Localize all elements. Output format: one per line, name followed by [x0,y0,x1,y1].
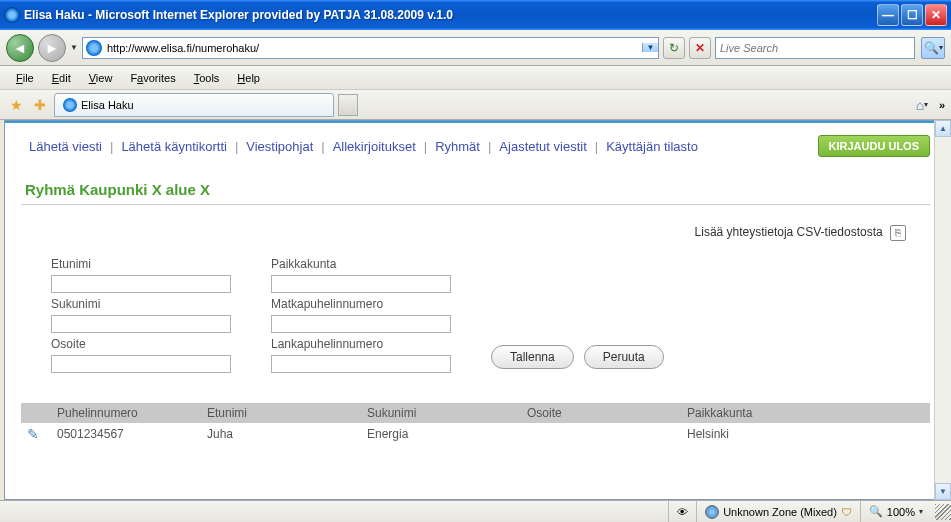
menu-tools[interactable]: Tools [186,69,228,87]
label-address: Osoite [51,337,231,351]
edit-icon[interactable]: ✎ [27,426,39,442]
menu-edit[interactable]: Edit [44,69,79,87]
csv-import-row: Lisää yhteystietoja CSV-tiedostosta ⎘ [5,225,946,257]
menu-bar: File Edit View Favorites Tools Help [0,66,951,90]
search-box[interactable] [715,37,915,59]
add-favorites-icon[interactable]: ✚ [30,95,50,115]
status-zone[interactable]: Unknown Zone (Mixed) 🛡 [696,501,860,522]
header-city: Paikkakunta [681,403,930,423]
save-button[interactable]: Tallenna [491,345,574,369]
search-button[interactable]: 🔍▾ [921,37,945,59]
toolbar-more-icon[interactable]: » [939,99,945,111]
csv-file-icon[interactable]: ⎘ [890,225,906,241]
nav-signatures[interactable]: Allekirjoitukset [325,139,424,154]
zone-text: Unknown Zone (Mixed) [723,506,837,518]
back-button[interactable]: ◄ [6,34,34,62]
stop-button[interactable]: ✕ [689,37,711,59]
label-mobile: Matkapuhelinnumero [271,297,451,311]
menu-help[interactable]: Help [229,69,268,87]
search-input[interactable] [716,40,914,56]
app-icon [4,7,20,23]
label-lastname: Sukunimi [51,297,231,311]
eye-icon: 👁 [677,506,688,518]
nav-templates[interactable]: Viestipohjat [238,139,321,154]
input-lastname[interactable] [51,315,231,333]
nav-scheduled[interactable]: Ajastetut viestit [491,139,594,154]
table-row[interactable]: ✎ 0501234567 Juha Energia Helsinki [21,423,930,445]
input-firstname[interactable] [51,275,231,293]
nav-send-message[interactable]: Lähetä viesti [21,139,110,154]
address-dropdown-icon[interactable]: ▼ [642,43,658,52]
browser-tab[interactable]: Elisa Haku [54,93,334,117]
header-firstname: Etunimi [201,403,361,423]
window-titlebar: Elisa Haku - Microsoft Internet Explorer… [0,0,951,30]
label-firstname: Etunimi [51,257,231,271]
shield-icon: 🛡 [841,506,852,518]
contacts-table: Puhelinnumero Etunimi Sukunimi Osoite Pa… [21,403,930,445]
page-title: Ryhmä Kaupunki X alue X [5,169,946,204]
status-privacy[interactable]: 👁 [668,501,696,522]
nav-groups[interactable]: Ryhmät [427,139,488,154]
page-content: Lähetä viesti| Lähetä käyntikortti| Vies… [4,120,947,500]
globe-icon [705,505,719,519]
menu-view[interactable]: View [81,69,121,87]
csv-import-link[interactable]: Lisää yhteystietoja CSV-tiedostosta [695,225,883,239]
history-dropdown-icon[interactable]: ▼ [70,43,78,52]
maximize-button[interactable]: ☐ [901,4,923,26]
scroll-track[interactable] [935,137,951,483]
favorites-star-icon[interactable]: ★ [6,95,26,115]
menu-favorites[interactable]: Favorites [122,69,183,87]
resize-grip[interactable] [935,504,951,520]
input-city[interactable] [271,275,451,293]
tab-title: Elisa Haku [81,99,134,111]
cancel-button[interactable]: Peruuta [584,345,664,369]
cell-lastname: Energia [361,424,521,444]
tab-bar: ★ ✚ Elisa Haku ⌂▾ » [0,90,951,120]
input-mobile[interactable] [271,315,451,333]
cell-phone: 0501234567 [51,424,201,444]
nav-send-card[interactable]: Lähetä käyntikortti [113,139,235,154]
scroll-up-button[interactable]: ▲ [935,120,951,137]
url-input[interactable] [105,40,642,56]
minimize-button[interactable]: — [877,4,899,26]
tab-favicon [63,98,77,112]
window-title: Elisa Haku - Microsoft Internet Explorer… [24,8,877,22]
nav-stats[interactable]: Käyttäjän tilasto [598,139,706,154]
navigation-toolbar: ◄ ► ▼ ▼ ↻ ✕ 🔍▾ [0,30,951,66]
logout-button[interactable]: KIRJAUDU ULOS [818,135,930,157]
vertical-scrollbar[interactable]: ▲ ▼ [934,120,951,500]
zoom-icon: 🔍 [869,505,883,518]
home-button[interactable]: ⌂▾ [911,94,933,116]
contact-form: Etunimi Sukunimi Osoite Paikkakunta Matk… [5,257,946,393]
header-phone: Puhelinnumero [51,403,201,423]
input-landline[interactable] [271,355,451,373]
address-bar[interactable]: ▼ [82,37,659,59]
site-icon [86,40,102,56]
zoom-text: 100% [887,506,915,518]
scroll-down-button[interactable]: ▼ [935,483,951,500]
cell-firstname: Juha [201,424,361,444]
input-address[interactable] [51,355,231,373]
header-address: Osoite [521,403,681,423]
table-header: Puhelinnumero Etunimi Sukunimi Osoite Pa… [21,403,930,423]
menu-file[interactable]: File [8,69,42,87]
cell-address [521,431,681,437]
status-bar: 👁 Unknown Zone (Mixed) 🛡 🔍 100% ▾ [0,500,951,522]
header-lastname: Sukunimi [361,403,521,423]
new-tab-button[interactable] [338,94,358,116]
close-button[interactable]: ✕ [925,4,947,26]
status-zoom[interactable]: 🔍 100% ▾ [860,501,931,522]
label-landline: Lankapuhelinnumero [271,337,451,351]
label-city: Paikkakunta [271,257,451,271]
divider [21,204,930,205]
refresh-button[interactable]: ↻ [663,37,685,59]
forward-button[interactable]: ► [38,34,66,62]
cell-city: Helsinki [681,424,930,444]
app-navigation: Lähetä viesti| Lähetä käyntikortti| Vies… [5,123,946,169]
